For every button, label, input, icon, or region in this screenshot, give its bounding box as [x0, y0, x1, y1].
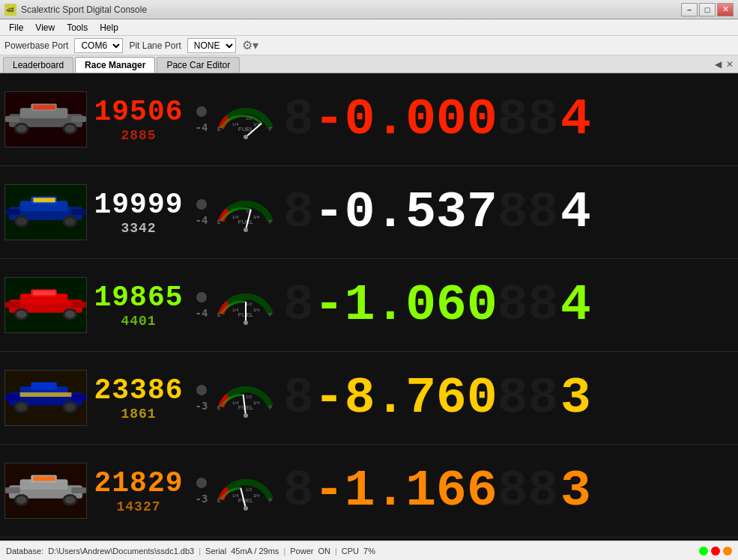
- car-image-5: [4, 463, 87, 519]
- time-char-1-3: 0: [405, 94, 436, 145]
- tab-close[interactable]: ✕: [725, 58, 735, 71]
- fuel-gauge-1: FUEL E F 1/2 1/4 3/4: [216, 92, 277, 147]
- svg-rect-81: [33, 476, 55, 481]
- svg-text:3/4: 3/4: [253, 308, 260, 312]
- svg-text:1/4: 1/4: [232, 122, 239, 127]
- cpu-label: CPU: [342, 547, 359, 556]
- maximize-button[interactable]: □: [699, 3, 716, 16]
- dim-digit-right2-3: 8: [528, 276, 559, 334]
- svg-text:3/4: 3/4: [253, 493, 260, 498]
- svg-text:F: F: [269, 498, 272, 503]
- tab-scroll-left[interactable]: ◀: [713, 58, 723, 71]
- menu-tools[interactable]: Tools: [61, 21, 94, 34]
- race-row-2: 19999 3342 -4 FUEL E F 1/2 1/4 3/4 8-0.5…: [0, 166, 738, 259]
- svg-text:FUEL: FUEL: [238, 219, 254, 225]
- menu-help[interactable]: Help: [94, 21, 124, 34]
- svg-rect-61: [5, 395, 20, 401]
- time-char-3-3: 0: [405, 280, 436, 331]
- lap-time-main-1: 19506: [94, 96, 184, 128]
- svg-point-78: [65, 496, 76, 504]
- time-char-4-5: 0: [467, 373, 497, 424]
- status-dot-orange: [723, 547, 732, 556]
- power-value: ON: [318, 547, 330, 556]
- tab-race-manager[interactable]: Race Manager: [75, 57, 155, 73]
- pit-lane-select[interactable]: NONE: [187, 38, 236, 53]
- lap-dot-panel-1: -4: [190, 106, 213, 133]
- lap-dot-panel-4: -3: [190, 385, 213, 412]
- lap-dot-panel-5: -3: [190, 478, 213, 505]
- race-row-4: 23386 1861 -3 FUEL E F 1/2 1/4 3/4 8-8.7…: [0, 352, 738, 445]
- svg-rect-62: [71, 395, 86, 401]
- db-label: Database:: [6, 547, 43, 556]
- race-row-1: 19506 2885 -4 FUEL E F 1/2 1/4 3/4 8-0.0…: [0, 73, 738, 166]
- race-row-5: 21829 14327 -3 FUEL E F 1/2 1/4 3/4 8-1.…: [0, 445, 738, 538]
- svg-point-24: [65, 218, 76, 225]
- svg-rect-43: [5, 302, 20, 308]
- svg-rect-56: [31, 382, 56, 389]
- main-content: 19506 2885 -4 FUEL E F 1/2 1/4 3/4 8-0.0…: [0, 73, 738, 541]
- svg-rect-80: [71, 487, 86, 493]
- big-display-1: 8-0.000884: [280, 91, 734, 148]
- menu-file[interactable]: File: [3, 21, 29, 34]
- lap-count-4: -3: [196, 400, 208, 412]
- time-char-4-1: 8: [345, 373, 375, 424]
- lap-dot-2: [196, 199, 207, 210]
- svg-text:E: E: [217, 312, 221, 317]
- dim-digit-right2-4: 8: [528, 369, 559, 427]
- tab-leaderboard[interactable]: Leaderboard: [3, 57, 73, 73]
- svg-rect-44: [71, 302, 86, 308]
- settings-icon[interactable]: ⚙▾: [242, 38, 258, 52]
- svg-text:FUEL: FUEL: [238, 497, 254, 504]
- svg-text:1/4: 1/4: [232, 308, 239, 312]
- svg-point-89: [244, 506, 248, 511]
- dim-digit-left-3: 8: [283, 276, 314, 334]
- lap-big-5: 3: [558, 462, 593, 520]
- title-bar: 🏎 Scalextric Sport Digital Console − □ ✕: [0, 0, 738, 19]
- svg-text:1/4: 1/4: [232, 493, 239, 498]
- big-display-3: 8-1.060884: [280, 276, 734, 334]
- power-label: Power: [290, 547, 313, 556]
- time-char-5-3: 1: [405, 466, 436, 517]
- svg-point-76: [16, 496, 27, 504]
- car-image-4: [4, 370, 87, 426]
- lap-time-main-5: 21829: [94, 467, 184, 499]
- menu-bar: File View Tools Help: [0, 19, 738, 36]
- svg-text:1/2: 1/2: [246, 116, 252, 121]
- time-dot-1: .: [375, 94, 405, 145]
- lap-time-sub-2: 3342: [94, 221, 184, 236]
- time-dot-5: .: [375, 466, 405, 517]
- lap-time-sub-1: 2885: [94, 128, 184, 143]
- svg-rect-25: [5, 209, 20, 215]
- lap-big-4: 3: [558, 369, 593, 427]
- svg-point-53: [244, 320, 248, 325]
- powerbase-select[interactable]: COM6: [74, 38, 123, 53]
- menu-view[interactable]: View: [29, 21, 61, 34]
- lap-time-panel-2: 19999 3342: [90, 189, 187, 236]
- dim-digit-right2-1: 8: [528, 91, 559, 148]
- time-char-1-5: 0: [467, 94, 497, 145]
- tab-pace-car-editor[interactable]: Pace Car Editor: [157, 57, 240, 73]
- lap-count-5: -3: [196, 493, 208, 505]
- lap-time-panel-3: 19865 4401: [90, 281, 187, 329]
- minimize-button[interactable]: −: [681, 3, 698, 16]
- lap-count-1: -4: [196, 121, 208, 133]
- svg-point-17: [244, 135, 248, 139]
- close-button[interactable]: ✕: [717, 3, 734, 16]
- tab-bar: Leaderboard Race Manager Pace Car Editor…: [0, 55, 738, 73]
- lap-big-2: 4: [558, 183, 593, 241]
- time-char-3-1: 1: [345, 280, 375, 331]
- svg-rect-27: [33, 198, 55, 202]
- dim-digit-right-4: 8: [497, 369, 528, 427]
- svg-rect-79: [5, 487, 20, 493]
- time-char-4-3: 7: [405, 373, 436, 424]
- svg-text:E: E: [217, 127, 221, 132]
- dim-digit-right-2: 8: [497, 183, 528, 241]
- lap-time-main-4: 23386: [94, 374, 184, 407]
- lap-time-panel-1: 19506 2885: [90, 96, 187, 143]
- svg-rect-45: [33, 290, 55, 295]
- time-char-5-4: 6: [436, 466, 467, 517]
- svg-text:1/2: 1/2: [246, 395, 252, 399]
- big-display-2: 8-0.537884: [280, 183, 734, 241]
- svg-rect-7: [5, 116, 20, 122]
- car-image-2: [4, 184, 87, 240]
